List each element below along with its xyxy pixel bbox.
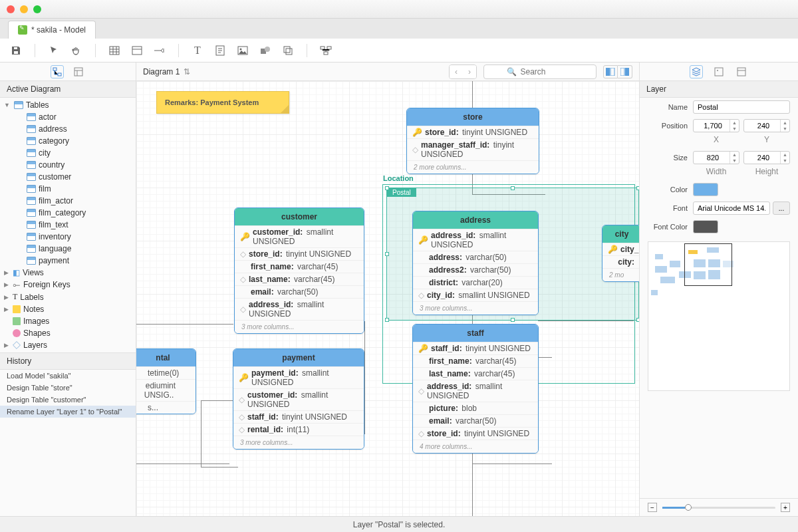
fontcolor-swatch[interactable] xyxy=(693,220,718,233)
prop-name-input[interactable] xyxy=(693,100,790,114)
props-tab3-icon[interactable] xyxy=(735,65,748,78)
tree-notes-group[interactable]: ▶Notes xyxy=(0,303,136,315)
step-up-icon[interactable]: ▲ xyxy=(730,152,739,158)
tree-table-item[interactable]: address xyxy=(0,123,136,135)
step-down-icon[interactable]: ▼ xyxy=(730,126,739,132)
col-icon: ◇ xyxy=(418,291,424,300)
font-picker-button[interactable]: ... xyxy=(773,201,790,215)
entity-city[interactable]: city🔑city_id: city: 2 mo xyxy=(602,225,639,282)
zoom-out-icon[interactable]: − xyxy=(648,503,657,512)
notes-icon xyxy=(13,305,21,313)
diagram-canvas[interactable]: Remarks: Payment System Location Postal … xyxy=(136,81,639,516)
pointer-tool-icon[interactable] xyxy=(47,44,61,57)
col-icon: ◇ xyxy=(412,145,418,154)
table-icon xyxy=(27,125,36,133)
split-right-icon[interactable] xyxy=(618,65,632,78)
entity-more[interactable]: 4 more columns... xyxy=(413,440,538,453)
entity-more[interactable]: 3 more columns... xyxy=(413,301,538,315)
entity-more[interactable]: 2 mo xyxy=(602,268,639,281)
tree-labels-group[interactable]: ▶Labels xyxy=(0,291,136,303)
nav-fwd-icon[interactable]: › xyxy=(463,65,476,78)
tree-table-item[interactable]: city xyxy=(0,147,136,159)
minimap[interactable] xyxy=(648,241,790,391)
image-tool-icon[interactable] xyxy=(236,44,249,57)
table-tool-icon[interactable] xyxy=(108,44,121,57)
history-item[interactable]: Design Table "store" xyxy=(0,382,136,394)
tree-table-item[interactable]: film_actor xyxy=(0,195,136,207)
tree-table-item[interactable]: category xyxy=(0,135,136,147)
history-item[interactable]: Rename Layer "Layer 1" to "Postal" xyxy=(0,406,136,418)
step-down-icon[interactable]: ▼ xyxy=(780,126,789,132)
shape-tool-icon[interactable] xyxy=(259,44,272,57)
close-window-icon[interactable] xyxy=(7,5,15,13)
model-tab-icon[interactable] xyxy=(72,65,85,78)
tree-table-item[interactable]: country xyxy=(0,159,136,171)
tree-table-item[interactable]: inventory xyxy=(0,231,136,243)
document-tab[interactable]: * sakila - Model xyxy=(8,21,96,39)
tree-table-item[interactable]: film_text xyxy=(0,219,136,231)
pan-tool-icon[interactable] xyxy=(70,44,83,57)
entity-more[interactable]: 3 more columns... xyxy=(233,436,364,449)
props-tab2-icon[interactable] xyxy=(712,65,726,78)
history-item[interactable]: Load Model "sakila" xyxy=(0,370,136,382)
history-item[interactable]: Design Table "customer" xyxy=(0,394,136,406)
entity-payment[interactable]: payment🔑payment_id: smallint UNSIGNED◇cu… xyxy=(233,348,364,450)
entity-address[interactable]: address🔑address_id: smallint UNSIGNEDadd… xyxy=(412,211,539,315)
search-input[interactable] xyxy=(521,67,574,76)
step-down-icon[interactable]: ▼ xyxy=(780,158,789,164)
tree-table-item[interactable]: payment xyxy=(0,255,136,267)
view-tool-icon[interactable] xyxy=(130,44,144,57)
tree-fk-group[interactable]: ▶Foreign Keys xyxy=(0,279,136,291)
prop-font-input[interactable] xyxy=(693,201,770,215)
svg-rect-7 xyxy=(284,47,290,53)
zoom-slider[interactable] xyxy=(662,507,775,509)
entity-more[interactable]: 2 more columns... xyxy=(407,160,539,174)
minimap-viewport[interactable] xyxy=(684,243,732,286)
split-left-icon[interactable] xyxy=(603,65,618,78)
tree-table-item[interactable]: film xyxy=(0,183,136,195)
entity-more[interactable]: 3 more columns... xyxy=(235,320,364,333)
step-down-icon[interactable]: ▼ xyxy=(730,158,739,164)
entity-column: ◇manager_staff_id: tinyint UNSIGNED xyxy=(407,138,539,160)
svg-point-4 xyxy=(240,48,242,50)
zoom-in-icon[interactable]: + xyxy=(781,503,790,512)
tree-table-item[interactable]: customer xyxy=(0,171,136,183)
tree-table-item[interactable]: actor xyxy=(0,111,136,123)
color-swatch[interactable] xyxy=(693,183,718,196)
minimize-window-icon[interactable] xyxy=(20,5,28,13)
tree-tables-group[interactable]: ▼Tables xyxy=(0,99,136,111)
tree-views-group[interactable]: ▶◧Views xyxy=(0,267,136,279)
entity-customer[interactable]: customer🔑customer_id: smallint UNSIGNED◇… xyxy=(234,207,364,334)
diagram-selector[interactable]: Diagram 1 ⇅ xyxy=(143,67,190,76)
tree-images-group[interactable]: Images xyxy=(0,315,136,327)
svg-rect-17 xyxy=(620,68,624,76)
entity-column: 🔑customer_id: smallint UNSIGNED xyxy=(235,225,364,247)
labels-icon xyxy=(13,292,17,302)
entity-staff[interactable]: staff🔑staff_id: tinyint UNSIGNEDfirst_na… xyxy=(412,324,539,454)
tree-shapes-group[interactable]: Shapes xyxy=(0,327,136,339)
note-tool-icon[interactable] xyxy=(213,44,227,57)
entity-rental[interactable]: ntal tetime(0) ediumint UNSIG.. s... xyxy=(136,348,196,414)
autolayout-icon[interactable] xyxy=(319,44,332,57)
diagram-tab-icon[interactable] xyxy=(51,65,64,78)
col-icon: ◇ xyxy=(240,249,246,259)
col-icon: ◇ xyxy=(239,395,245,404)
nav-back-icon[interactable]: ‹ xyxy=(450,65,463,78)
entity-store[interactable]: store🔑store_id: tinyint UNSIGNED◇manager… xyxy=(406,108,539,174)
tree-table-item[interactable]: film_category xyxy=(0,207,136,219)
step-up-icon[interactable]: ▲ xyxy=(780,152,789,158)
tree-table-item[interactable]: language xyxy=(0,243,136,255)
object-tree: ▼Tables actoraddresscategorycitycountryc… xyxy=(0,98,136,352)
step-up-icon[interactable]: ▲ xyxy=(730,120,739,126)
fk-tool-icon[interactable] xyxy=(153,44,166,57)
label-tool-icon[interactable]: T xyxy=(191,44,204,57)
zoom-window-icon[interactable] xyxy=(33,5,41,13)
step-up-icon[interactable]: ▲ xyxy=(780,120,789,126)
tree-layers-group[interactable]: ▶Layers xyxy=(0,339,136,351)
props-tab1-icon[interactable] xyxy=(690,65,703,78)
canvas-toolbar: Diagram 1 ⇅ ‹ › 🔍 xyxy=(136,63,639,81)
canvas-search[interactable]: 🔍 xyxy=(483,65,597,79)
layer-tool-icon[interactable] xyxy=(281,44,295,57)
save-icon[interactable] xyxy=(9,44,23,57)
canvas-note[interactable]: Remarks: Payment System xyxy=(156,91,289,114)
